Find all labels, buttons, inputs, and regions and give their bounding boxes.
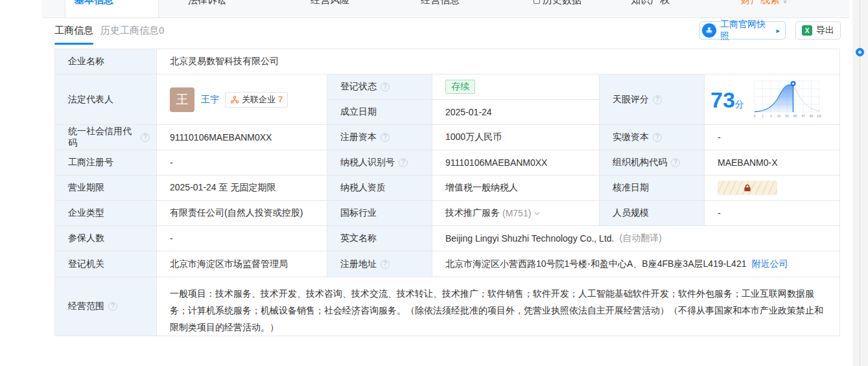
export-button[interactable]: X 导出 <box>795 21 841 40</box>
company-name-label: 企业名称 <box>55 49 157 74</box>
related-companies-count: 7 <box>278 95 283 104</box>
table-row: 法定代表人 王 王宇 关联企业 7 登记状态? 存续 成立日期 2025-01-… <box>55 74 839 125</box>
table-row: 参保人数 - 英文名称 Beijing Lingyi Shuzhi Techno… <box>55 226 839 251</box>
status-date-subgrid: 登记状态? 存续 成立日期 2025-01-24 <box>327 74 600 125</box>
help-icon[interactable]: ? <box>108 302 117 311</box>
table-row: 企业名称 北京灵易数智科技有限公司 <box>55 49 839 74</box>
reg-authority-value: 北京市海淀区市场监督管理局 <box>157 251 327 277</box>
taxpayer-id-value: 91110106MAEBANM0XX <box>432 150 600 176</box>
svg-text:15: 15 <box>777 115 781 118</box>
establish-date-label: 成立日期 <box>327 100 432 125</box>
svg-text:100: 100 <box>817 115 821 118</box>
paid-capital-label: 实缴资本? <box>600 125 705 150</box>
tab-risk[interactable]: 经营风险 <box>311 0 349 6</box>
locked-value[interactable] <box>718 181 777 195</box>
taxpayer-quality-label: 纳税人资质 <box>327 176 432 201</box>
help-icon[interactable]: ? <box>381 133 390 142</box>
table-row: 登记机关 北京市海淀区市场监督管理局 注册地址? 北京市海淀区小营西路10号院1… <box>55 251 839 277</box>
help-icon[interactable]: ? <box>381 82 390 91</box>
lock-icon <box>743 183 752 192</box>
history-icon <box>534 0 540 4</box>
arrow-right-icon: ▸ <box>776 27 780 35</box>
reg-status-label: 登记状态? <box>327 74 432 100</box>
related-companies-label: 关联企业 <box>242 94 276 106</box>
reg-capital-value: 1000万人民币 <box>432 125 600 150</box>
business-scope-label: 经营范围? <box>55 277 157 336</box>
subtab-row: 工商信息 历史工商信息0 工商官网快照 ▸ X 导出 <box>42 19 849 49</box>
score-distribution-chart: 0 1 3 15 50 85 97 99 100 <box>753 80 821 119</box>
business-term-label: 营业期限 <box>55 176 157 201</box>
score-number: 73 <box>710 87 735 112</box>
stamp-icon <box>702 23 716 38</box>
staff-size-value: - <box>705 201 839 226</box>
table-row: 经营范围? 一般项目：技术服务、技术开发、技术咨询、技术交流、技术转让、技术推广… <box>55 277 839 336</box>
help-icon[interactable]: ? <box>671 158 680 167</box>
excel-icon: X <box>802 25 812 36</box>
tab-legal[interactable]: 法律诉讼 <box>188 0 227 6</box>
industry-value[interactable]: 技术推广服务 (M751) <box>432 201 600 226</box>
subtab-history-info[interactable]: 历史工商信息0 <box>100 25 164 37</box>
establish-date-value: 2025-01-24 <box>432 100 600 125</box>
english-name-label: 英文名称 <box>327 226 432 251</box>
score-unit: 分 <box>735 99 744 109</box>
staff-size-label: 人员规模 <box>600 201 705 226</box>
chevron-down-icon[interactable] <box>534 210 541 217</box>
legal-rep-label: 法定代表人 <box>55 74 157 125</box>
official-snapshot-label: 工商官网快照 <box>720 19 773 42</box>
tab-basic-info[interactable]: 基本信息 <box>75 0 113 6</box>
subtab-business-info[interactable]: 工商信息 <box>54 25 93 37</box>
svg-text:1: 1 <box>762 115 764 118</box>
approval-date-value <box>705 176 839 201</box>
taxpayer-id-label: 纳税人识别号? <box>327 150 432 176</box>
help-icon[interactable]: ? <box>399 158 408 167</box>
insured-count-label: 参保人数 <box>55 226 157 251</box>
help-icon[interactable]: ? <box>141 133 150 142</box>
help-icon[interactable]: ? <box>653 95 662 104</box>
auto-translate-note: (自动翻译) <box>619 233 661 244</box>
svg-text:85: 85 <box>793 115 797 118</box>
english-name-value: Beijing Lingyi Shuzhi Technology Co., Lt… <box>432 226 839 251</box>
tab-operation[interactable]: 经营信息 <box>421 0 460 6</box>
svg-text:97: 97 <box>801 115 805 118</box>
company-type-value: 有限责任公司(自然人投资或控股) <box>157 201 327 226</box>
score-text: 73分 <box>710 89 744 111</box>
company-profile-page: 基本信息 法律诉讼 经营风险 经营信息 历史数据 知识产权 财产线索∨ 工商信息… <box>0 0 868 366</box>
nearby-companies-link[interactable]: 附近公司 <box>751 258 788 270</box>
related-companies-badge[interactable]: 关联企业 7 <box>225 92 288 108</box>
org-code-value: MAEBANM0-X <box>705 150 839 176</box>
table-row: 统一社会信用代码? 91110106MAEBANM0XX 注册资本? 1000万… <box>55 125 839 150</box>
tianyan-score-label: 天眼评分? <box>600 74 705 125</box>
network-icon <box>230 95 239 104</box>
reg-number-value: - <box>157 150 327 176</box>
legal-rep-name-link[interactable]: 王宇 <box>201 94 219 106</box>
status-badge: 存续 <box>445 80 475 94</box>
tab-ip[interactable]: 知识产权 <box>631 0 670 6</box>
industry-label: 国标行业 <box>327 201 432 226</box>
industry-code: (M751) <box>502 208 531 218</box>
help-icon[interactable]: ? <box>381 260 390 269</box>
scroll-marker-dot[interactable] <box>856 48 864 56</box>
reg-authority-label: 登记机关 <box>55 251 157 277</box>
company-name-value: 北京灵易数智科技有限公司 <box>157 49 839 74</box>
reg-address-value: 北京市海淀区小营西路10号院1号楼-和盈中心A、B座4FB座3A层L419-L4… <box>432 251 839 277</box>
tab-history[interactable]: 历史数据 <box>534 0 581 6</box>
legal-rep-avatar[interactable]: 王 <box>170 87 194 112</box>
svg-text:3: 3 <box>769 115 771 118</box>
svg-text:50: 50 <box>785 115 789 118</box>
org-code-label: 组织机构代码? <box>600 150 705 176</box>
reg-status-value: 存续 <box>432 74 600 100</box>
business-scope-value: 一般项目：技术服务、技术开发、技术咨询、技术交流、技术转让、技术推广；软件销售；… <box>157 277 839 336</box>
tab-assets[interactable]: 财产线索∨ <box>741 0 788 6</box>
chevron-down-icon: ∨ <box>782 0 788 5</box>
help-icon[interactable]: ? <box>653 133 662 142</box>
official-snapshot-button[interactable]: 工商官网快照 ▸ <box>699 21 786 40</box>
table-row: 营业期限 2025-01-24 至 无固定期限 纳税人资质 增值税一般纳税人 核… <box>55 176 839 201</box>
company-type-label: 企业类型 <box>55 201 157 226</box>
reg-address-label: 注册地址? <box>327 251 432 277</box>
export-label: 导出 <box>816 25 834 36</box>
tianyan-score-value[interactable]: 73分 <box>705 74 839 125</box>
insured-count-value: - <box>157 226 327 251</box>
business-term-value: 2025-01-24 至 无固定期限 <box>157 176 327 201</box>
paid-capital-value: - <box>705 125 839 150</box>
active-subtab-underline <box>54 43 93 45</box>
